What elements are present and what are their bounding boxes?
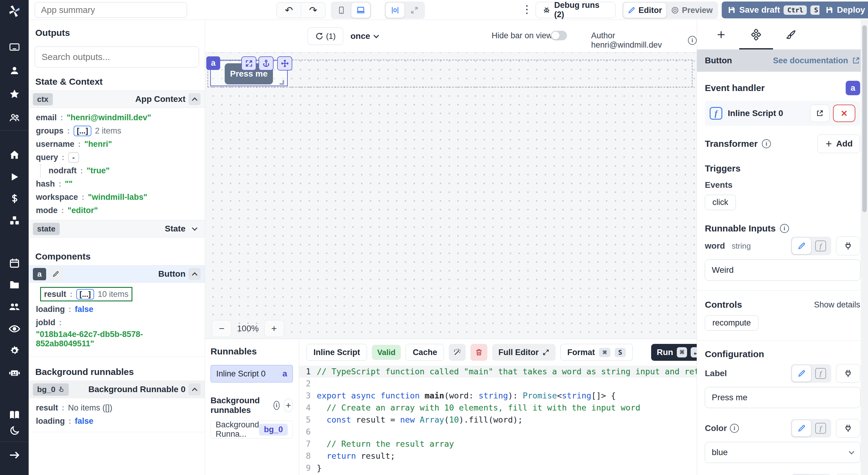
debug-runs-button[interactable]: Debug runs (2) (536, 2, 616, 18)
connect-input-button[interactable] (836, 237, 860, 255)
user-icon[interactable] (0, 65, 29, 76)
code-line[interactable]: 1// TypeScript function called "main" th… (299, 366, 714, 378)
undo-button[interactable]: ↶ (277, 3, 301, 18)
fullwidth-layout-button[interactable] (405, 3, 424, 18)
expand-array-chip[interactable]: [...] (73, 126, 92, 136)
state-section-header[interactable]: state State (29, 220, 205, 238)
static-mode-button[interactable] (792, 238, 811, 254)
component-collapse-button[interactable] (188, 268, 200, 280)
gear-icon[interactable] (0, 345, 29, 357)
anchor-handle[interactable] (258, 56, 274, 71)
add-transformer-button[interactable]: Add (817, 134, 860, 153)
zoom-out-button[interactable]: − (212, 320, 231, 337)
mobile-view-button[interactable] (332, 3, 351, 18)
refresh-runnables-button[interactable]: (1) (308, 27, 343, 45)
tab-styling[interactable] (774, 20, 809, 49)
state-expand-button[interactable] (188, 223, 200, 235)
expression-mode-button[interactable]: f (811, 420, 830, 436)
code-line[interactable]: 5 const result = new Array(10).fill(word… (299, 414, 714, 426)
scrollbar-thumb[interactable] (862, 25, 867, 212)
event-handler-script-row[interactable]: f Inline Script 0 ✕ (705, 101, 860, 126)
expand-array-chip[interactable]: [...] (76, 289, 94, 300)
blocks-icon[interactable] (0, 215, 29, 226)
recompute-chip[interactable]: recompute (705, 315, 758, 331)
deploy-button[interactable]: Deploy (819, 1, 868, 19)
see-documentation-link[interactable]: See documentation (773, 56, 860, 65)
show-details-link[interactable]: Show details (814, 300, 860, 309)
expression-mode-button[interactable]: f (811, 238, 830, 254)
code-line[interactable]: 6 (299, 426, 714, 438)
folder-icon[interactable] (0, 279, 29, 290)
expand-handle[interactable] (241, 56, 256, 71)
moon-icon[interactable] (0, 425, 29, 436)
center-layout-button[interactable] (386, 3, 404, 18)
add-bg-runnable-button[interactable]: + (284, 399, 293, 412)
open-script-button[interactable] (810, 105, 829, 122)
code-line[interactable]: 2 (299, 378, 714, 390)
empty-object-chip[interactable]: - (68, 152, 79, 163)
keyboard-icon[interactable] (0, 42, 29, 53)
bg-runnable-item[interactable]: Background Runna... bg_0 (211, 420, 293, 439)
collapse-arrow-icon[interactable] (0, 449, 29, 461)
move-handle[interactable] (277, 56, 292, 71)
code-line[interactable]: 7 // Return the result array (299, 438, 714, 450)
expression-mode-button[interactable]: f (811, 365, 830, 381)
info-icon[interactable]: i (688, 36, 697, 45)
book-icon[interactable] (0, 409, 29, 421)
eye-icon[interactable] (0, 323, 29, 335)
color-select[interactable]: blue (705, 442, 861, 463)
connect-input-button[interactable] (836, 364, 860, 383)
redo-button[interactable]: ↷ (301, 3, 325, 18)
dollar-icon[interactable] (0, 193, 29, 204)
ctx-section-header[interactable]: ctx App Context (29, 91, 205, 108)
users-icon[interactable] (0, 301, 29, 312)
connect-input-button[interactable] (836, 419, 860, 438)
schedule-dropdown[interactable]: once (350, 27, 378, 45)
script-name-button[interactable]: Inline Script (306, 344, 367, 361)
bg0-collapse-button[interactable] (188, 383, 200, 396)
code-line[interactable]: 9} (299, 462, 714, 474)
app-canvas[interactable]: a Press me − 100% + (205, 53, 697, 339)
desktop-view-button[interactable] (351, 3, 370, 18)
panel-scrollbar[interactable] (861, 20, 868, 475)
calendar-icon[interactable] (0, 258, 29, 269)
search-outputs-input[interactable] (35, 46, 199, 68)
resize-handle[interactable] (280, 80, 284, 85)
word-value-input[interactable] (705, 260, 861, 281)
runnable-item-selected[interactable]: Inline Script 0 a (211, 365, 293, 382)
save-draft-button[interactable]: Save draft Ctrl S (722, 1, 828, 19)
ctx-collapse-button[interactable] (188, 93, 200, 105)
cache-button[interactable]: Cache (406, 344, 444, 361)
tab-component-settings[interactable] (739, 20, 774, 49)
component-a-header[interactable]: a Button (29, 265, 205, 283)
remove-script-button[interactable]: ✕ (833, 105, 855, 122)
code-lines[interactable]: 1// TypeScript function called "main" th… (299, 366, 714, 475)
connect-input-button[interactable] (836, 474, 860, 475)
code-line[interactable]: 8 return result; (299, 450, 714, 462)
rename-component-button[interactable] (49, 267, 62, 281)
hide-bar-toggle[interactable] (551, 31, 567, 40)
team-icon[interactable] (0, 112, 29, 124)
more-menu-button[interactable]: ⋮ (520, 3, 533, 16)
code-line[interactable]: 4 // Create an array with 10 elements, f… (299, 402, 714, 414)
home-icon[interactable] (0, 149, 29, 161)
event-click-chip[interactable]: click (705, 195, 736, 210)
robot-icon[interactable] (0, 367, 29, 379)
bg0-section-header[interactable]: bg_0 Background Runnable 0 (29, 381, 205, 398)
full-editor-button[interactable]: Full Editor (492, 344, 555, 361)
delete-script-button[interactable] (470, 344, 487, 361)
play-icon[interactable] (0, 171, 29, 182)
windmill-logo-icon[interactable] (0, 4, 29, 18)
static-mode-button[interactable] (792, 420, 811, 436)
zoom-in-button[interactable]: + (264, 320, 284, 337)
label-value-input[interactable] (705, 387, 861, 408)
code-line[interactable]: 3export async function main(word: string… (299, 390, 714, 402)
app-summary-input[interactable] (35, 2, 187, 18)
tab-insert-component[interactable] (704, 20, 739, 49)
static-mode-button[interactable] (792, 365, 811, 381)
format-button[interactable]: Format ⌘ S (560, 344, 633, 361)
component-id-tab[interactable]: a (206, 56, 220, 70)
star-icon[interactable] (0, 89, 29, 99)
ai-assist-button[interactable] (449, 344, 466, 361)
editor-tab[interactable]: Editor (623, 3, 666, 18)
